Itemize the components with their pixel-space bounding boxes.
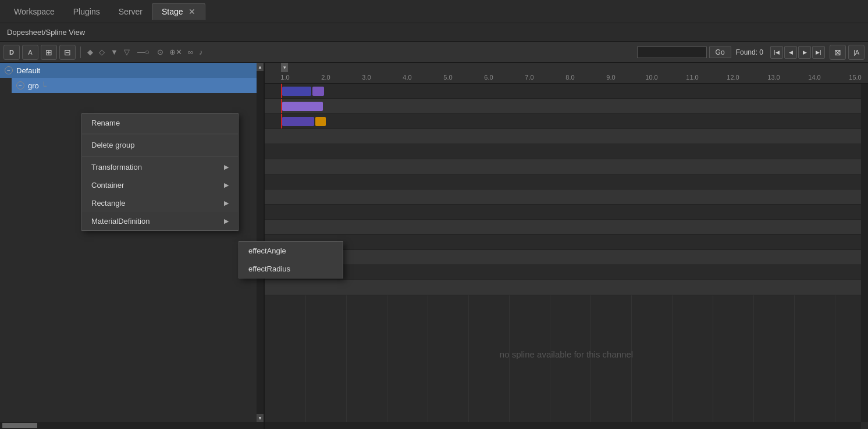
track-row-11 bbox=[265, 250, 868, 265]
tab-workspace[interactable]: Workspace bbox=[5, 3, 64, 20]
sub-header: Dopesheet/Spline View bbox=[0, 23, 868, 42]
toolbar-timeline-icon-3: ▼ bbox=[111, 48, 118, 56]
search-input[interactable] bbox=[637, 47, 707, 58]
ruler-mark-15: 15.0 bbox=[835, 74, 868, 81]
toolbar-btn-save[interactable]: ⊞ bbox=[41, 45, 57, 60]
ctx-container-arrow: ▶ bbox=[224, 181, 229, 189]
anim-bar-1-0[interactable] bbox=[282, 102, 323, 111]
track-row-8 bbox=[265, 205, 868, 220]
ctx-delete-label: Delete group bbox=[91, 141, 134, 149]
ruler-numbers: 1.0 2.0 3.0 4.0 5.0 6.0 7.0 8.0 9.0 10.0… bbox=[265, 74, 868, 83]
playhead-line-2 bbox=[281, 114, 282, 128]
bottom-hscroll[interactable] bbox=[265, 422, 861, 429]
ctx-rename-label: Rename bbox=[91, 119, 120, 127]
ruler-mark-1: 1.0 bbox=[265, 74, 305, 81]
ctx-material-def-label: MaterialDefinition bbox=[91, 217, 150, 226]
toolbar-separator-1 bbox=[80, 47, 81, 58]
ruler-mark-2: 2.0 bbox=[305, 74, 346, 81]
left-vscroll-up[interactable]: ▲ bbox=[257, 63, 264, 71]
toolbar: D A ⊞ ⊟ ◆ ◇ ▼ ▽ —○ ⊙ ⊕✕ ∞ ♪ Go Found: 0 … bbox=[0, 42, 868, 63]
ctx-sep-1 bbox=[82, 134, 238, 134]
tab-plugins[interactable]: Plugins bbox=[64, 3, 109, 20]
right-panel: ▾ 1.0 2.0 3.0 4.0 5.0 6.0 7.0 8.0 9.0 10… bbox=[265, 63, 868, 429]
toolbar-btn-load[interactable]: ⊟ bbox=[59, 45, 76, 60]
nav-first-btn[interactable]: |◀ bbox=[770, 46, 783, 59]
track-row-10 bbox=[265, 235, 868, 250]
tree-connector: └ bbox=[41, 81, 47, 90]
ctx-rectangle[interactable]: Rectangle ▶ bbox=[82, 194, 238, 212]
tree-collapse-gro[interactable]: − bbox=[16, 81, 24, 90]
tree-row-gro[interactable]: − gro └ bbox=[12, 78, 264, 93]
playhead-line bbox=[281, 84, 282, 98]
toolbar-timeline-icon-6: ⊙ bbox=[157, 48, 163, 56]
nav-next-btn[interactable]: ▶ bbox=[798, 46, 811, 59]
ctx-material-def[interactable]: MaterialDefinition ▶ bbox=[82, 212, 238, 230]
playhead-line-1 bbox=[281, 99, 282, 113]
sub-ctx-effect-angle[interactable]: effectAngle bbox=[239, 242, 343, 260]
ctx-material-def-arrow: ▶ bbox=[224, 217, 229, 225]
ruler-mark-13: 13.0 bbox=[753, 74, 794, 81]
track-row-6 bbox=[265, 174, 868, 190]
nav-last-btn[interactable]: ▶| bbox=[812, 46, 825, 59]
track-row-9 bbox=[265, 220, 868, 235]
ruler-mark-7: 7.0 bbox=[509, 74, 550, 81]
right-vscroll[interactable] bbox=[861, 84, 868, 422]
tab-close-icon[interactable]: ✕ bbox=[188, 7, 195, 16]
toolbar-btn-a[interactable]: A bbox=[22, 45, 38, 60]
anim-bar-2-0[interactable] bbox=[282, 117, 314, 126]
tree-label-gro: gro bbox=[28, 81, 39, 90]
playhead-marker[interactable]: ▾ bbox=[281, 63, 288, 72]
tab-stage[interactable]: Stage ✕ bbox=[152, 3, 205, 20]
tree-collapse-default[interactable]: − bbox=[5, 66, 13, 74]
toolbar-timeline-icon-5: —○ bbox=[137, 48, 150, 56]
ruler-mark-4: 4.0 bbox=[387, 74, 428, 81]
ctx-sep-2 bbox=[82, 156, 238, 156]
nav-prev-btn[interactable]: ◀ bbox=[784, 46, 797, 59]
ctx-transformation-label: Transformation bbox=[91, 163, 142, 171]
tab-server[interactable]: Server bbox=[109, 3, 152, 20]
found-label: Found: 0 bbox=[736, 48, 763, 56]
toolbar-timeline-icon-9: ♪ bbox=[199, 48, 203, 56]
anim-bar-0-1[interactable] bbox=[312, 87, 324, 96]
ruler-mark-9: 9.0 bbox=[590, 74, 631, 81]
toolbar-timeline-icon-1: ◆ bbox=[87, 48, 93, 56]
go-button[interactable]: Go bbox=[709, 47, 731, 58]
sub-ctx-effect-radius[interactable]: effectRadius bbox=[239, 260, 343, 278]
track-row-3 bbox=[265, 129, 868, 144]
ctx-transformation-arrow: ▶ bbox=[224, 163, 229, 171]
timeline-ruler: ▾ 1.0 2.0 3.0 4.0 5.0 6.0 7.0 8.0 9.0 10… bbox=[265, 63, 868, 84]
toolbar-timeline-icon-7: ⊕✕ bbox=[169, 48, 182, 56]
toolbar-btn-extra1[interactable]: ⊠ bbox=[830, 45, 846, 60]
sub-context-menu: effectAngle effectRadius bbox=[239, 241, 343, 278]
ctx-delete-group[interactable]: Delete group bbox=[82, 136, 238, 154]
sub-header-label: Dopesheet/Spline View bbox=[7, 28, 85, 37]
ruler-mark-3: 3.0 bbox=[346, 74, 387, 81]
ruler-mark-8: 8.0 bbox=[550, 74, 590, 81]
track-row-4 bbox=[265, 144, 868, 159]
track-row-7 bbox=[265, 190, 868, 205]
ruler-mark-14: 14.0 bbox=[794, 74, 835, 81]
context-menu: Rename Delete group Transformation ▶ Con… bbox=[81, 113, 239, 231]
track-row-1 bbox=[265, 99, 868, 114]
anim-bar-2-1[interactable] bbox=[315, 117, 326, 126]
tab-bar: Workspace Plugins Server Stage ✕ bbox=[0, 0, 868, 23]
track-row-0 bbox=[265, 84, 868, 99]
toolbar-btn-extra2[interactable]: |A bbox=[848, 45, 865, 60]
anim-bar-0-0[interactable] bbox=[282, 87, 311, 96]
left-hscroll[interactable] bbox=[0, 422, 264, 429]
toolbar-timeline-icon-2: ◇ bbox=[99, 48, 105, 56]
tree-row-default[interactable]: − Default bbox=[0, 63, 264, 78]
ctx-rename[interactable]: Rename bbox=[82, 114, 238, 132]
tab-stage-label: Stage bbox=[162, 7, 183, 16]
track-row-2 bbox=[265, 114, 868, 129]
ctx-container[interactable]: Container ▶ bbox=[82, 176, 238, 194]
track-row-12 bbox=[265, 265, 868, 280]
tree-label-default: Default bbox=[16, 66, 40, 75]
ruler-mark-12: 12.0 bbox=[713, 74, 753, 81]
timeline-tracks: no spline available for this channel bbox=[265, 84, 868, 429]
ctx-container-label: Container bbox=[91, 181, 124, 190]
ctx-transformation[interactable]: Transformation ▶ bbox=[82, 158, 238, 176]
toolbar-btn-d[interactable]: D bbox=[3, 45, 20, 60]
left-vscroll-down[interactable]: ▼ bbox=[257, 414, 264, 422]
ruler-mark-6: 6.0 bbox=[468, 74, 509, 81]
